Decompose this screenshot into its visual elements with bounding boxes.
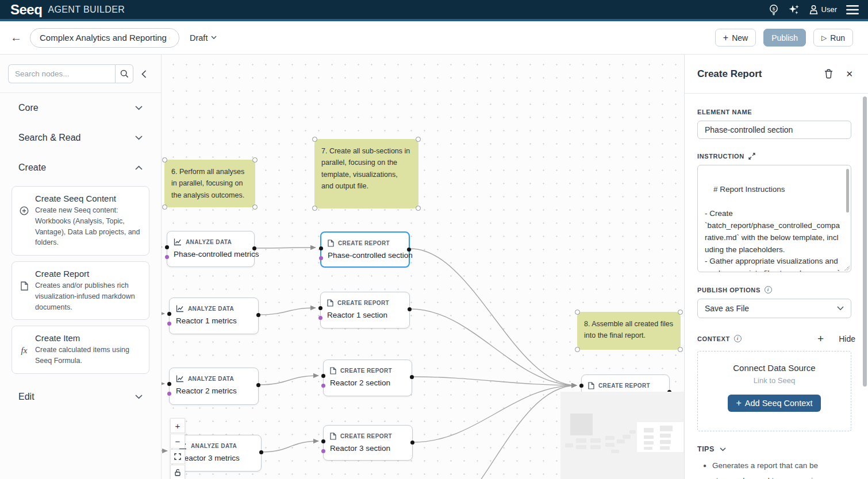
instruction-textarea[interactable]: # Report Instructions - Create `batch_re… <box>697 165 851 272</box>
user-menu-button[interactable]: User <box>809 5 837 15</box>
canvas-node[interactable]: CREATE REPORTPhase-controlled section <box>320 231 410 268</box>
context-port[interactable] <box>167 322 171 326</box>
publish-options-label: PUBLISH OPTIONS i <box>697 286 855 293</box>
add-seeq-context-button[interactable]: + Add Seeq Context <box>728 395 820 412</box>
output-port[interactable] <box>410 441 414 445</box>
palette-card-create-seeq-content[interactable]: Create Seeq Content Create new Seeq cont… <box>11 186 149 256</box>
note-resize-handle[interactable] <box>575 310 580 315</box>
hide-context-link[interactable]: Hide <box>839 334 855 343</box>
value-bulb-button[interactable]: $ <box>769 4 779 16</box>
back-button[interactable]: ← <box>10 31 22 44</box>
palette-card-description: Create calculated items using Seeq Formu… <box>35 345 142 366</box>
note-resize-handle[interactable] <box>162 204 167 210</box>
canvas-node[interactable]: ANALYZE DATAReactor 3 metrics <box>172 435 262 472</box>
new-button[interactable]: + New <box>715 29 756 47</box>
document-icon <box>18 269 30 312</box>
palette-card-description: Creates and/or publishes rich visualizat… <box>35 280 142 312</box>
palette-card-create-item[interactable]: fx Create Item Create calculated items u… <box>11 326 149 374</box>
zoom-out-button[interactable]: − <box>170 434 185 449</box>
node-type-label: CREATE REPORT <box>598 383 650 389</box>
context-port[interactable] <box>321 384 325 388</box>
canvas-node[interactable]: ANALYZE DATAPhase-controlled metrics <box>167 231 255 267</box>
search-button[interactable] <box>115 64 133 83</box>
sticky-note[interactable]: 8. Assemble all created files into the f… <box>577 312 681 350</box>
textarea-scrollbar-thumb[interactable] <box>846 169 849 213</box>
input-port[interactable] <box>167 312 171 316</box>
context-port[interactable] <box>165 255 169 259</box>
sticky-note[interactable]: 7. Create all sub-sections in parallel, … <box>314 139 418 208</box>
status-dropdown[interactable]: Draft <box>190 33 217 43</box>
canvas-node[interactable]: CREATE REPORTReactor 3 section <box>323 425 413 461</box>
input-port[interactable] <box>318 306 322 310</box>
output-port[interactable] <box>410 375 414 379</box>
close-panel-button[interactable]: ✕ <box>843 67 855 82</box>
info-icon[interactable]: i <box>734 335 742 342</box>
note-resize-handle[interactable] <box>162 157 167 163</box>
tips-toggle[interactable]: TIPS <box>697 445 855 453</box>
plus-icon: + <box>736 398 741 408</box>
input-port[interactable] <box>165 245 169 249</box>
search-input[interactable] <box>8 64 115 83</box>
output-port[interactable] <box>408 307 412 311</box>
note-resize-handle[interactable] <box>252 204 258 210</box>
canvas-node[interactable]: ANALYZE DATAReactor 1 metrics <box>169 298 259 334</box>
trash-icon <box>824 69 833 79</box>
agent-title-input[interactable] <box>30 28 179 48</box>
input-port[interactable] <box>321 439 325 443</box>
palette-card-create-report[interactable]: Create Report Creates and/or publishes r… <box>11 261 149 320</box>
note-resize-handle[interactable] <box>678 347 683 352</box>
sidebar-section-create[interactable]: Create <box>18 153 143 183</box>
input-port[interactable] <box>167 382 171 386</box>
note-resize-handle[interactable] <box>416 206 421 211</box>
flow-canvas[interactable]: + − 6. Perform all analyses in parallel,… <box>162 55 684 479</box>
note-resize-handle[interactable] <box>312 206 317 211</box>
sidebar-collapse-button[interactable] <box>141 70 147 78</box>
output-port[interactable] <box>407 248 411 252</box>
canvas-node[interactable]: CREATE REPORTReactor 1 section <box>320 292 410 329</box>
zoom-in-button[interactable]: + <box>170 418 185 433</box>
output-port[interactable] <box>256 313 260 317</box>
info-icon[interactable]: i <box>765 286 772 293</box>
element-config-panel: Create Report ✕ ELEMENT NAME INSTRUCTION… <box>684 55 868 479</box>
hamburger-menu-button[interactable] <box>846 5 859 14</box>
note-resize-handle[interactable] <box>252 157 258 163</box>
publish-options-select[interactable]: Save as File <box>697 299 851 318</box>
context-port[interactable] <box>319 256 323 260</box>
input-port[interactable] <box>321 374 325 378</box>
context-port[interactable] <box>318 316 322 320</box>
panel-scrollbar[interactable] <box>863 96 867 387</box>
canvas-node[interactable]: ANALYZE DATAReactor 2 metrics <box>169 368 259 405</box>
input-port[interactable] <box>319 246 323 250</box>
sidebar-section-search-read[interactable]: Search & Read <box>18 123 143 153</box>
ai-assistant-button[interactable] <box>788 4 800 16</box>
element-name-input[interactable] <box>697 121 851 139</box>
sidebar-section-edit[interactable]: Edit <box>18 382 143 412</box>
delete-element-button[interactable] <box>822 67 835 81</box>
top-navbar: Seeq AGENT BUILDER $ <box>0 0 868 19</box>
expand-icon[interactable] <box>748 153 755 160</box>
context-port[interactable] <box>321 449 325 453</box>
note-resize-handle[interactable] <box>312 137 317 142</box>
node-title: Reactor 1 metrics <box>176 316 258 325</box>
fit-view-button[interactable] <box>170 449 185 464</box>
canvas-node[interactable]: CREATE REPORTReactor 2 section <box>323 360 412 396</box>
add-context-plus-button[interactable]: + <box>817 333 824 344</box>
output-port[interactable] <box>259 450 263 454</box>
palette-card-title: Create Item <box>35 333 142 343</box>
textarea-resize-grip[interactable] <box>844 265 850 271</box>
note-resize-handle[interactable] <box>416 137 421 142</box>
note-resize-handle[interactable] <box>678 310 683 315</box>
document-icon <box>588 382 594 389</box>
context-port[interactable] <box>167 392 171 396</box>
output-port[interactable] <box>252 246 256 250</box>
note-resize-handle[interactable] <box>575 347 580 352</box>
chevron-down-icon <box>135 136 143 140</box>
run-button[interactable]: ▷ Run <box>813 29 853 47</box>
input-port[interactable] <box>579 384 583 388</box>
lock-button[interactable] <box>170 465 185 479</box>
sidebar-section-core[interactable]: Core <box>18 93 143 123</box>
sticky-note[interactable]: 6. Perform all analyses in parallel, foc… <box>164 160 255 207</box>
connect-data-source-subtitle: Link to Seeq <box>754 376 795 385</box>
publish-button[interactable]: Publish <box>763 29 806 47</box>
output-port[interactable] <box>256 383 260 387</box>
